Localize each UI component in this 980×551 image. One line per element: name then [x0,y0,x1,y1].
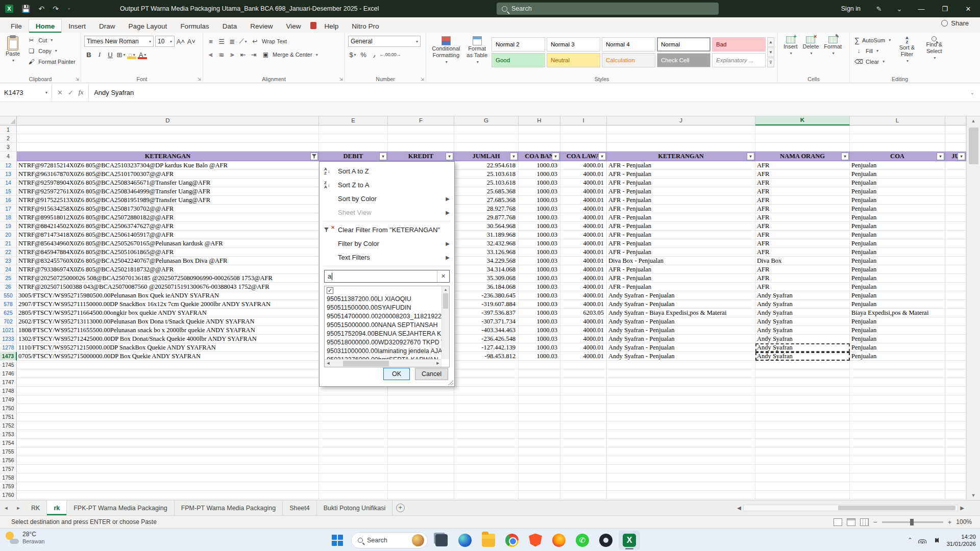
sheet-nav-left-icon[interactable]: ◂ [0,500,12,515]
resize-grip[interactable] [448,380,453,385]
cell-G1755[interactable] [454,447,519,456]
cell-J1758[interactable] [607,473,755,482]
page-break-view-icon[interactable] [860,518,869,526]
filter-menu-item-sheet-view[interactable]: Sheet View▶ [320,206,454,219]
header-cell-L4[interactable]: COA▾ [850,152,945,161]
cell-J14[interactable]: AFR - Penjualan [607,179,755,187]
gallery-more-icon[interactable]: ⊽ [767,58,774,67]
scroll-down-icon[interactable]: ▼ [967,491,980,500]
cell-style-calculation[interactable]: Calculation [602,53,655,67]
row-header-1473[interactable]: 1473 [0,352,17,361]
cell-E1749[interactable] [319,395,388,404]
cell-K15[interactable]: AFR [755,187,850,196]
format-painter-button[interactable]: 🖌Format Painter [26,56,77,67]
ribbon-tab-view[interactable]: View [279,19,307,33]
filter-button-H[interactable]: ▾ [552,153,559,160]
cell-I1760[interactable] [560,491,607,499]
cell-D1751[interactable] [17,413,319,421]
row-header-1278[interactable]: 1278 [0,343,17,352]
header-cell-x4[interactable]: JU▾ [945,152,966,161]
cell-x550[interactable] [945,291,966,300]
cell-I22[interactable]: 4000.01 [560,248,607,257]
cell-K1021[interactable]: Andy Syafran [755,326,850,335]
cell-L22[interactable]: Penjualan [850,248,945,257]
cell-L1752[interactable] [850,421,945,430]
cell-style-normal-2[interactable]: Normal 2 [492,37,545,52]
filter-list-item[interactable]: 950311000000.00laminating jendela AJAT [325,347,442,356]
cell-x1[interactable] [945,126,966,134]
filter-menu-item-filter-by-color[interactable]: Filter by Color▶ [320,237,454,251]
row-header-1750[interactable]: 1750 [0,404,17,413]
cell-G23[interactable]: 34.229.568 [454,257,519,265]
restore-button[interactable]: ❐ [933,0,957,17]
delete-cells-button[interactable]: Delete▾ [800,35,822,58]
row-header-1746[interactable]: 1746 [0,369,17,378]
cell-G578[interactable]: -319.607.884 [454,300,519,309]
font-size-combo[interactable]: 10▾ [155,36,175,47]
cell-H19[interactable]: 1000.03 [519,222,560,231]
cell-F1760[interactable] [388,491,454,499]
column-header-I[interactable]: I [560,116,607,126]
close-button[interactable]: ✕ [957,0,980,17]
cell-F1753[interactable] [388,430,454,439]
cell-G1[interactable] [454,126,519,134]
cell-J1752[interactable] [607,421,755,430]
cell-K1753[interactable] [755,430,850,439]
cell-L16[interactable]: Penjualan [850,196,945,205]
cell-I23[interactable]: 4000.01 [560,257,607,265]
row-header-1754[interactable]: 1754 [0,439,17,447]
row-header-16[interactable]: 16 [0,196,17,205]
cell-x1745[interactable] [945,361,966,369]
cell-L1745[interactable] [850,361,945,369]
cell-F2[interactable] [388,134,454,143]
cell-E1752[interactable] [319,421,388,430]
row-header-12[interactable]: 12 [0,161,17,170]
cell-K26[interactable]: AFR [755,283,850,291]
cell-x19[interactable] [945,222,966,231]
cell-J1755[interactable] [607,447,755,456]
cell-K20[interactable]: AFR [755,231,850,239]
cell-H17[interactable]: 1000.03 [519,205,560,213]
cell-K1756[interactable] [755,456,850,465]
cell-L3[interactable] [850,143,945,152]
sort-filter-button[interactable]: AZ Sort & Filter▾ [894,35,919,67]
cell-H21[interactable]: 1000.03 [519,239,560,248]
row-header-24[interactable]: 24 [0,265,17,274]
cell-x22[interactable] [945,248,966,257]
row-header-1749[interactable]: 1749 [0,395,17,404]
cell-H2[interactable] [519,134,560,143]
cell-J22[interactable]: AFR - Penjualan [607,248,755,257]
column-header-G[interactable]: G [454,116,519,126]
cell-K1[interactable] [755,126,850,134]
cell-J1757[interactable] [607,465,755,473]
cell-I550[interactable]: 4000.01 [560,291,607,300]
cell-style-check-cell[interactable]: Check Cell [657,53,710,67]
font-dialog-launcher[interactable]: ⇲ [197,77,201,82]
cell-D22[interactable]: NTRF@845947884X0Z6 805@BCA25051061865@@A… [17,248,319,257]
cell-J19[interactable]: AFR - Penjualan [607,222,755,231]
autosum-button[interactable]: ∑AutoSum▾ [853,35,892,45]
cell-F1750[interactable] [388,404,454,413]
cell-G702[interactable]: -307.371.734 [454,317,519,326]
cell-G1278[interactable]: -127.442.139 [454,343,519,352]
cell-F1756[interactable] [388,456,454,465]
cell-K1750[interactable] [755,404,850,413]
cell-x1746[interactable] [945,369,966,378]
clock[interactable]: 14:20 31/01/2026 [946,533,976,547]
ribbon-tab-formulas[interactable]: Formulas [174,19,215,33]
row-header-1753[interactable]: 1753 [0,430,17,439]
cell-x625[interactable] [945,309,966,317]
volume-icon[interactable] [933,538,939,543]
percent-style-icon[interactable]: % [359,50,368,59]
cell-H1745[interactable] [519,361,560,369]
cell-L1758[interactable] [850,473,945,482]
increase-decimal-icon[interactable]: ←.00 [380,50,389,59]
row-header-1757[interactable]: 1757 [0,465,17,473]
number-format-combo[interactable]: General▾ [348,36,421,47]
cell-D1752[interactable] [17,421,319,430]
cell-D1753[interactable] [17,430,319,439]
cell-I1753[interactable] [560,430,607,439]
cell-G625[interactable]: -397.536.837 [454,309,519,317]
cell-H25[interactable]: 1000.03 [519,274,560,283]
cell-L1751[interactable] [850,413,945,421]
